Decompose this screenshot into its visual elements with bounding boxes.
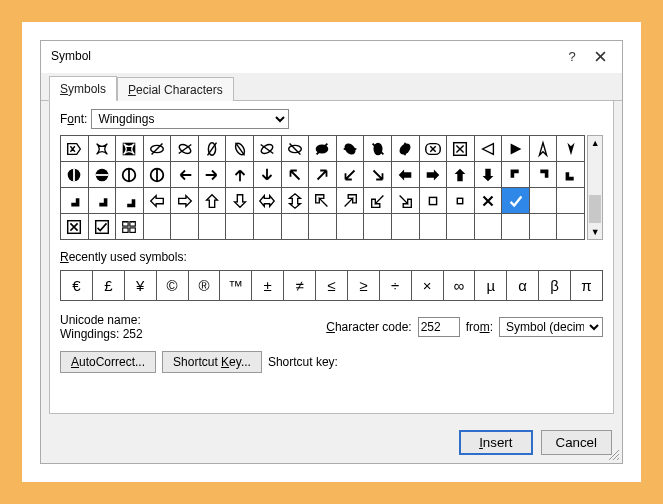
- recent-symbol[interactable]: ±: [252, 271, 284, 301]
- close-icon: [595, 51, 606, 62]
- recent-symbol[interactable]: ™: [220, 271, 252, 301]
- recent-symbol[interactable]: ®: [188, 271, 220, 301]
- svg-rect-30: [156, 168, 158, 174]
- character-code-input[interactable]: [418, 317, 460, 337]
- recent-symbol[interactable]: £: [92, 271, 124, 301]
- scroll-up-icon[interactable]: ▲: [591, 136, 600, 150]
- recent-symbol[interactable]: ©: [156, 271, 188, 301]
- dialog-title: Symbol: [51, 49, 558, 63]
- svg-rect-33: [458, 198, 463, 203]
- font-row: Font: Wingdings: [60, 109, 603, 129]
- shortcut-key-button[interactable]: Shortcut Key...: [162, 351, 262, 373]
- shortcut-key-label: Shortcut key:: [268, 355, 338, 369]
- recent-symbols-grid[interactable]: € £ ¥ © ® ™ ± ≠ ≤ ≥ ÷ × ∞ µ α β π: [60, 270, 603, 301]
- svg-rect-28: [129, 168, 131, 181]
- font-select[interactable]: Wingdings: [91, 109, 289, 129]
- svg-rect-35: [96, 220, 109, 233]
- scroll-down-icon[interactable]: ▼: [591, 225, 600, 239]
- tab-strip: Symbols Pecial Characters: [41, 75, 622, 101]
- recent-symbol[interactable]: ×: [411, 271, 443, 301]
- recent-symbol[interactable]: ≤: [316, 271, 348, 301]
- tab-symbols[interactable]: Symbols: [49, 76, 117, 101]
- close-button[interactable]: [586, 47, 614, 65]
- recent-symbol[interactable]: ÷: [379, 271, 411, 301]
- recent-symbol[interactable]: β: [539, 271, 571, 301]
- unicode-name-label: Unicode name:: [60, 313, 320, 327]
- from-label: from:: [466, 320, 493, 334]
- help-button[interactable]: ?: [558, 47, 586, 65]
- svg-rect-24: [73, 168, 75, 181]
- symbol-grid[interactable]: [60, 135, 585, 240]
- svg-rect-31: [156, 175, 158, 181]
- recent-symbol[interactable]: €: [61, 271, 93, 301]
- resize-grip-icon[interactable]: [608, 449, 620, 461]
- svg-rect-26: [96, 174, 109, 176]
- from-select[interactable]: Symbol (decimal): [499, 317, 603, 337]
- svg-rect-32: [429, 197, 436, 204]
- recent-symbol[interactable]: α: [507, 271, 539, 301]
- svg-rect-38: [123, 227, 128, 232]
- recent-symbol[interactable]: ¥: [124, 271, 156, 301]
- recent-label: Recently used symbols:: [60, 250, 603, 264]
- symbol-dialog: Symbol ? Symbols Pecial Characters Font:…: [40, 40, 623, 464]
- recent-symbol[interactable]: ≥: [347, 271, 379, 301]
- font-label: Font:: [60, 112, 87, 126]
- autocorrect-button[interactable]: AutoCorrect...: [60, 351, 156, 373]
- character-code-label: Character code:: [326, 320, 411, 334]
- recent-symbol[interactable]: µ: [475, 271, 507, 301]
- svg-rect-39: [130, 227, 135, 232]
- unicode-name-value: Wingdings: 252: [60, 327, 320, 341]
- cancel-button[interactable]: Cancel: [541, 430, 613, 455]
- recent-symbol[interactable]: ∞: [443, 271, 475, 301]
- recent-symbol[interactable]: ≠: [284, 271, 316, 301]
- tab-special-characters[interactable]: Pecial Characters: [117, 77, 234, 101]
- insert-button[interactable]: Insert: [459, 430, 532, 455]
- recent-symbol[interactable]: π: [571, 271, 603, 301]
- grid-scrollbar[interactable]: ▲ ▼: [587, 135, 603, 240]
- dialog-body: Font: Wingdings: [49, 101, 614, 414]
- dialog-footer: Insert Cancel: [41, 422, 622, 463]
- titlebar: Symbol ?: [41, 41, 622, 73]
